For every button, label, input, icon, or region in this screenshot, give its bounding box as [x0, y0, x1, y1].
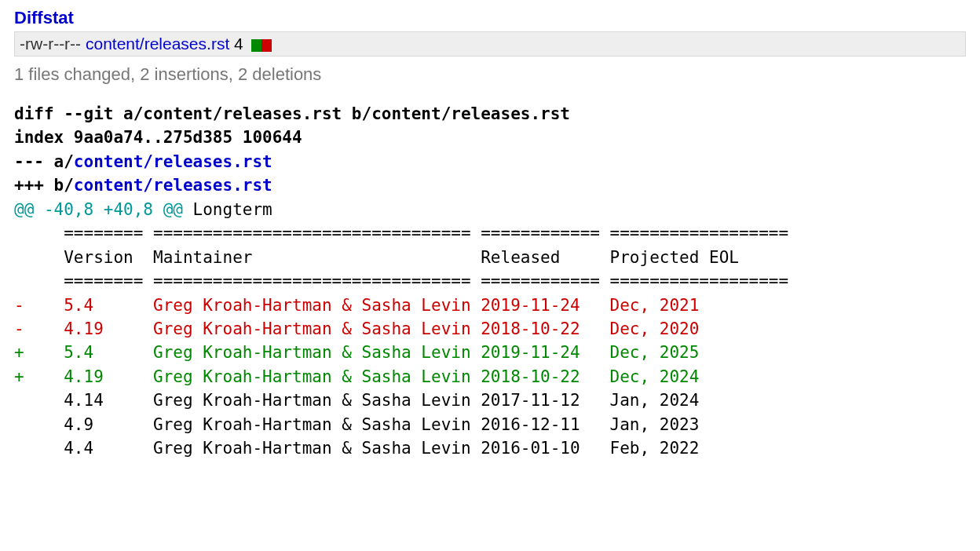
diff-command-line: diff --git a/content/releases.rst b/cont… [14, 104, 570, 123]
diff-minus-file: --- a/content/releases.rst [14, 152, 272, 171]
plus-prefix: +++ b/ [14, 176, 74, 195]
added-line: + 5.4 Greg Kroah-Hartman & Sasha Levin 2… [14, 343, 699, 362]
hunk-context: Longterm [183, 200, 272, 219]
file-link[interactable]: content/releases.rst [86, 35, 229, 53]
hunk-marker: @@ -40,8 +40,8 @@ [14, 200, 183, 219]
context-line: Version Maintainer Released Projected EO… [14, 248, 739, 267]
minus-file-path[interactable]: content/releases.rst [74, 152, 272, 171]
context-line: ======== ===============================… [14, 224, 788, 243]
diffstat-row: -rw-r--r-- content/releases.rst 4 [14, 31, 966, 57]
deleted-line: - 5.4 Greg Kroah-Hartman & Sasha Levin 2… [14, 296, 699, 315]
diff-index-line: index 9aa0a74..275d385 100644 [14, 128, 302, 147]
added-line: + 4.19 Greg Kroah-Hartman & Sasha Levin … [14, 367, 699, 386]
plus-file-path[interactable]: content/releases.rst [74, 176, 272, 195]
file-mode: -rw-r--r-- [20, 35, 81, 53]
deleted-line: - 4.19 Greg Kroah-Hartman & Sasha Levin … [14, 319, 699, 338]
hunk-header: @@ -40,8 +40,8 @@ Longterm [14, 200, 272, 219]
diffstat-header: Diffstat [14, 8, 966, 28]
diffstat-summary: 1 files changed, 2 insertions, 2 deletio… [14, 64, 966, 85]
context-line: 4.4 Greg Kroah-Hartman & Sasha Levin 201… [14, 439, 699, 458]
context-line: ======== ===============================… [14, 272, 788, 290]
diff-block: diff --git a/content/releases.rst b/cont… [14, 102, 966, 461]
change-count: 4 [234, 35, 243, 53]
change-bar-icon [251, 37, 272, 49]
context-line: 4.14 Greg Kroah-Hartman & Sasha Levin 20… [14, 391, 699, 410]
context-line: 4.9 Greg Kroah-Hartman & Sasha Levin 201… [14, 415, 699, 434]
minus-prefix: --- a/ [14, 152, 74, 171]
diff-plus-file: +++ b/content/releases.rst [14, 176, 272, 195]
